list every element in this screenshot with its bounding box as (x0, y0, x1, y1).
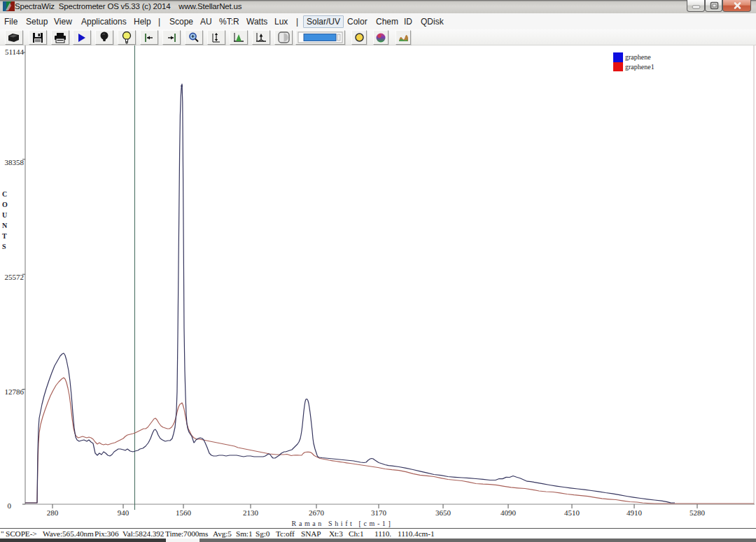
svg-text:O: O (2, 201, 8, 208)
svg-text:T: T (2, 232, 7, 240)
svg-text:0: 0 (8, 501, 12, 510)
svg-text:280: 280 (47, 508, 59, 517)
svg-text:4090: 4090 (500, 508, 517, 517)
svg-text:5280: 5280 (690, 508, 706, 517)
svg-text:U: U (2, 211, 7, 219)
svg-text:51144: 51144 (5, 48, 24, 56)
svg-text:C: C (2, 190, 7, 198)
svg-text:4510: 4510 (564, 508, 580, 517)
svg-text:N: N (2, 222, 8, 229)
svg-text:Raman Shift [cm-1]: Raman Shift [cm-1] (292, 520, 393, 527)
svg-text:4910: 4910 (626, 508, 643, 517)
svg-text:S: S (2, 243, 6, 250)
svg-text:12786: 12786 (5, 387, 24, 396)
svg-text:3650: 3650 (435, 508, 451, 517)
svg-text:2130: 2130 (243, 508, 259, 517)
svg-text:940: 940 (118, 508, 130, 517)
svg-text:2670: 2670 (309, 508, 325, 517)
svg-text:1560: 1560 (176, 508, 192, 517)
svg-text:graphene1: graphene1 (625, 63, 654, 71)
svg-text:3170: 3170 (371, 508, 387, 517)
svg-text:graphene: graphene (625, 53, 651, 61)
svg-text:25572: 25572 (5, 273, 24, 281)
svg-text:38358: 38358 (5, 158, 24, 166)
